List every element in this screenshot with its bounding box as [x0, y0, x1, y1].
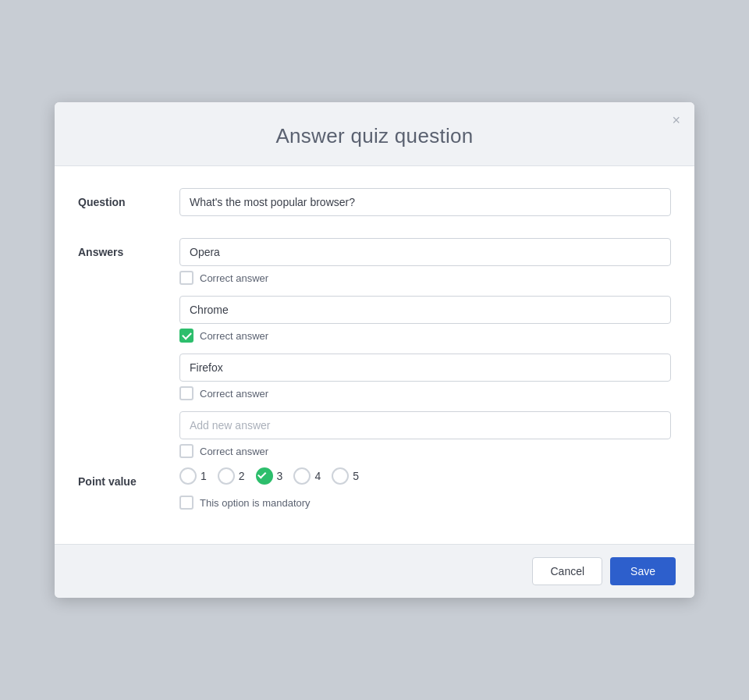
correct-answer-new-checkbox[interactable] [179, 444, 193, 458]
correct-answer-firefox-checkbox[interactable] [179, 386, 193, 400]
question-input[interactable] [179, 188, 671, 216]
modal-container: Answer quiz question × Question Answers … [55, 102, 694, 598]
correct-answer-chrome-label: Correct answer [200, 330, 268, 342]
close-button[interactable]: × [672, 113, 680, 127]
mandatory-label: This option is mandatory [200, 497, 311, 509]
answers-controls: Correct answer Correct answer [179, 238, 671, 467]
answer-input-opera[interactable] [179, 238, 671, 266]
correct-answer-new-row: Correct answer [179, 444, 671, 458]
modal-body: Question Answers Correct answer [55, 166, 694, 544]
cancel-button[interactable]: Cancel [532, 557, 602, 585]
radio-item-1[interactable]: 1 [179, 467, 207, 485]
question-label: Question [78, 188, 179, 208]
radio-2[interactable] [218, 467, 235, 485]
radio-item-4[interactable]: 4 [293, 467, 321, 485]
radio-item-3[interactable]: 3 [256, 467, 283, 485]
point-value-label: Point value [78, 467, 179, 488]
point-value-controls: 1 2 3 4 [179, 467, 671, 519]
answer-input-firefox[interactable] [179, 354, 671, 382]
answer-input-chrome[interactable] [179, 296, 671, 324]
correct-answer-opera-row: Correct answer [179, 271, 671, 285]
correct-answer-new-label: Correct answer [200, 446, 268, 457]
radio-label-1: 1 [201, 470, 207, 482]
radio-label-5: 5 [353, 470, 359, 482]
answer-block-opera: Correct answer [179, 238, 671, 285]
answers-label: Answers [78, 238, 179, 258]
point-radio-group: 1 2 3 4 [179, 467, 671, 485]
answer-block-new: Correct answer [179, 411, 671, 458]
radio-3[interactable] [256, 467, 273, 485]
modal-title: Answer quiz question [70, 124, 679, 148]
question-controls [179, 188, 671, 221]
correct-answer-chrome-row: Correct answer [179, 329, 671, 343]
answer-input-new[interactable] [179, 411, 671, 439]
save-button[interactable]: Save [610, 557, 676, 585]
correct-answer-opera-checkbox[interactable] [179, 271, 193, 285]
mandatory-row: This option is mandatory [179, 496, 671, 510]
radio-label-2: 2 [239, 470, 245, 482]
correct-answer-chrome-checkbox[interactable] [179, 329, 193, 343]
answers-row: Answers Correct answer Correct answer [78, 238, 671, 467]
radio-label-3: 3 [277, 470, 283, 482]
correct-answer-opera-label: Correct answer [200, 272, 268, 284]
correct-answer-firefox-label: Correct answer [200, 388, 268, 400]
radio-item-5[interactable]: 5 [332, 467, 359, 485]
radio-item-2[interactable]: 2 [218, 467, 245, 485]
modal-footer: Cancel Save [55, 544, 694, 598]
mandatory-checkbox[interactable] [179, 496, 193, 510]
question-row: Question [78, 188, 671, 221]
modal-header: Answer quiz question × [55, 102, 694, 166]
radio-5[interactable] [332, 467, 349, 485]
answer-block-chrome: Correct answer [179, 296, 671, 343]
radio-1[interactable] [179, 467, 197, 485]
point-value-row: Point value 1 2 3 [78, 467, 671, 519]
correct-answer-firefox-row: Correct answer [179, 386, 671, 400]
radio-4[interactable] [293, 467, 311, 485]
answer-block-firefox: Correct answer [179, 354, 671, 400]
radio-label-4: 4 [314, 470, 321, 482]
